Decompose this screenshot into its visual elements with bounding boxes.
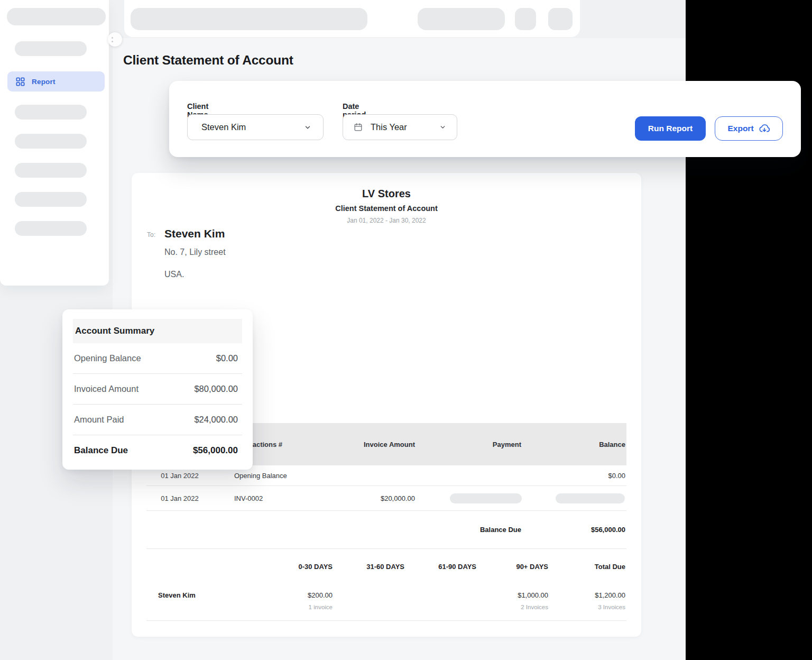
summary-value: $56,000.00 xyxy=(193,445,238,456)
app-canvas: Report Client Statement of Account Clien… xyxy=(0,0,812,660)
topbar-search-placeholder xyxy=(131,8,367,30)
sidebar-item-placeholder xyxy=(15,163,87,178)
summary-label: Balance Due xyxy=(74,445,128,456)
sidebar-item-placeholder xyxy=(15,105,87,120)
aging-header-61-90: 61-90 DAYS xyxy=(405,563,477,571)
run-report-button[interactable]: Run Report xyxy=(635,116,706,141)
summary-label: Invoiced Amount xyxy=(74,384,139,394)
account-summary-rows: Opening Balance $0.00 Invoiced Amount $8… xyxy=(73,343,242,465)
account-summary-title: Account Summary xyxy=(73,319,242,343)
cloud-download-icon xyxy=(759,123,770,134)
balance-placeholder xyxy=(556,493,625,503)
document-date-range: Jan 01, 2022 - Jan 30, 2022 xyxy=(132,217,641,224)
balance-due-label: Balance Due xyxy=(416,526,522,534)
summary-row: Opening Balance $0.00 xyxy=(73,343,242,373)
aging-subtext-total: 3 Invoices xyxy=(549,604,625,610)
aging-client-name: Steven Kim xyxy=(146,591,229,620)
sidebar-item-report-label: Report xyxy=(32,78,56,86)
export-button-label: Export xyxy=(727,124,753,133)
header-balance: Balance xyxy=(522,441,626,448)
summary-label: Amount Paid xyxy=(74,415,124,425)
dots-icon xyxy=(112,37,113,39)
balance-due-row: Balance Due $56,000.00 xyxy=(146,511,626,548)
client-name-select[interactable]: Steven Kim xyxy=(187,114,324,140)
calendar-icon xyxy=(354,123,363,132)
aging-subtext-90plus: 2 Invoices xyxy=(477,604,548,610)
document-title: Client Statement of Account xyxy=(132,204,641,213)
client-address-line1: No. 7, Lily street xyxy=(164,248,226,257)
aging-amount-total: $1,200.00 xyxy=(549,591,625,599)
client-name-value: Steven Kim xyxy=(201,122,246,132)
summary-value: $0.00 xyxy=(216,353,238,363)
header-invoice-amount: Invoice Amount xyxy=(320,441,416,448)
logo-placeholder xyxy=(7,8,106,25)
summary-value: $24,000.00 xyxy=(194,415,238,425)
summary-label: Opening Balance xyxy=(74,353,141,363)
payment-placeholder xyxy=(450,493,522,503)
balance-due-value: $56,000.00 xyxy=(522,526,626,534)
summary-value: $80,000.00 xyxy=(194,384,238,394)
grid-icon xyxy=(16,77,25,86)
aging-amount-0-30: $200.00 xyxy=(229,591,333,599)
chevron-down-icon xyxy=(439,124,446,131)
to-label: To: xyxy=(147,231,155,239)
aging-header-31-60: 31-60 DAYS xyxy=(334,563,405,571)
aging-header-row: 0-30 DAYS 31-60 DAYS 61-90 DAYS 90+ DAYS… xyxy=(146,549,626,584)
client-address-line2: USA. xyxy=(164,270,184,279)
table-row: 01 Jan 2022 INV-0002 $20,000.00 xyxy=(146,486,626,510)
cell-invoice-amount: $20,000.00 xyxy=(320,494,416,502)
sidebar: Report xyxy=(0,0,109,286)
aging-header-90plus: 90+ DAYS xyxy=(477,563,549,571)
topbar-icon-placeholder xyxy=(515,8,536,30)
sidebar-item-report[interactable]: Report xyxy=(7,71,105,91)
cell-balance: $0.00 xyxy=(522,472,626,480)
sidebar-item-placeholder xyxy=(15,41,87,56)
client-name: Steven Kim xyxy=(164,227,225,240)
filter-card: Client Name Steven Kim Date period This … xyxy=(169,81,801,157)
cell-date: 01 Jan 2022 xyxy=(146,472,229,480)
summary-row-balance-due: Balance Due $56,000.00 xyxy=(73,435,242,465)
account-summary-card: Account Summary Opening Balance $0.00 In… xyxy=(62,309,253,470)
aging-subtext-0-30: 1 invoice xyxy=(229,604,333,610)
sidebar-collapse-handle[interactable] xyxy=(108,32,122,47)
cell-ref: INV-0002 xyxy=(229,494,320,502)
aging-data-row: Steven Kim $200.00 1 invoice $1,000.00 2… xyxy=(146,584,626,620)
cell-ref: Opening Balance xyxy=(229,472,320,480)
summary-row: Invoiced Amount $80,000.00 xyxy=(73,374,242,404)
page-title: Client Statement of Account xyxy=(123,53,293,68)
aging-amount-90plus: $1,000.00 xyxy=(477,591,548,599)
topbar xyxy=(124,0,580,37)
company-name: LV Stores xyxy=(132,188,641,200)
aging-header-total-due: Total Due xyxy=(549,563,626,571)
date-period-select[interactable]: This Year xyxy=(343,114,457,140)
cell-date: 01 Jan 2022 xyxy=(146,494,229,502)
date-period-value: This Year xyxy=(371,122,407,132)
chevron-down-icon xyxy=(304,124,311,131)
sidebar-item-placeholder xyxy=(15,192,87,207)
export-button[interactable]: Export xyxy=(715,116,783,141)
header-payment: Payment xyxy=(416,441,522,448)
sidebar-item-placeholder xyxy=(15,221,87,236)
divider xyxy=(146,620,626,621)
sidebar-item-placeholder xyxy=(15,134,87,149)
summary-row: Amount Paid $24,000.00 xyxy=(73,405,242,435)
topbar-avatar-placeholder xyxy=(548,8,573,30)
aging-header-0-30: 0-30 DAYS xyxy=(229,563,334,571)
topbar-widget-placeholder xyxy=(418,8,505,30)
